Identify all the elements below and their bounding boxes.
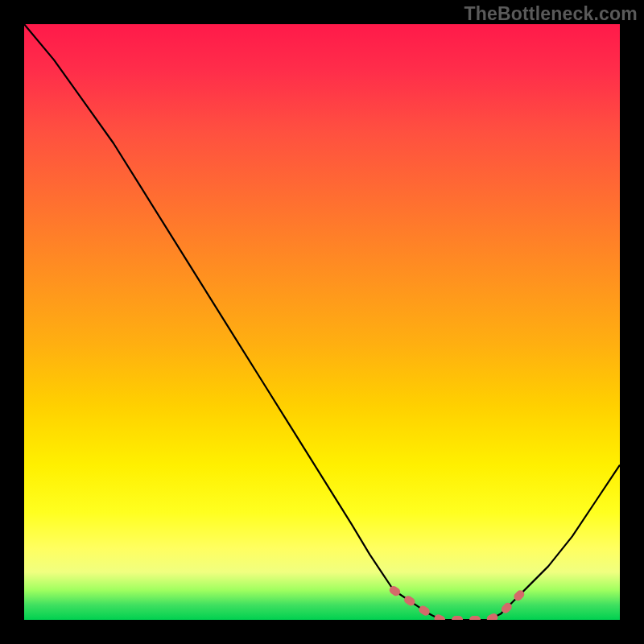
optimal-range-markers (394, 590, 525, 620)
bottleneck-curve (24, 24, 620, 620)
chart-svg (24, 24, 620, 620)
watermark-text: TheBottleneck.com (464, 3, 638, 25)
plot-area (24, 24, 620, 620)
chart-container: TheBottleneck.com (0, 0, 644, 644)
